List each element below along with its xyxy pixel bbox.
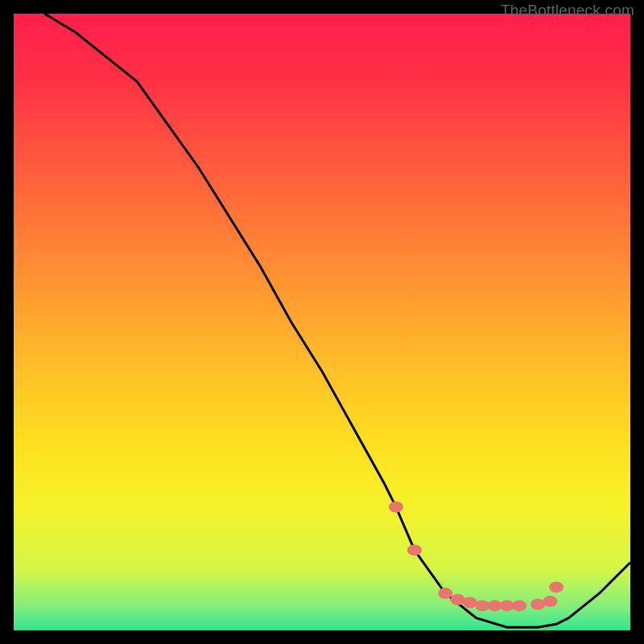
chart-marker (530, 599, 545, 610)
chart-svg (14, 14, 630, 630)
chart-marker (512, 600, 526, 611)
chart-marker (407, 544, 422, 555)
chart-marker (451, 594, 465, 605)
chart-marker (549, 581, 564, 592)
chart-background (14, 14, 630, 630)
chart-marker (438, 588, 452, 599)
chart-marker (389, 502, 403, 513)
attribution-label: TheBottleneck.com (501, 2, 634, 19)
chart-marker (463, 597, 477, 609)
chart-marker (543, 596, 557, 607)
chart-frame (14, 14, 630, 630)
